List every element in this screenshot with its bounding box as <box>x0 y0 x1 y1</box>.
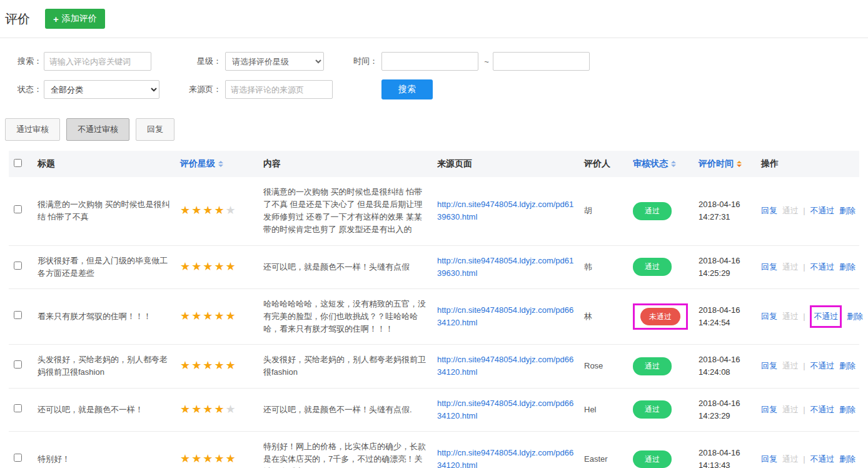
source-input[interactable] <box>225 80 333 99</box>
source-page-link[interactable]: http://cn.site94748054.ldyjz.com/pd66341… <box>437 355 573 377</box>
time-end-input[interactable] <box>493 52 590 71</box>
approve-link[interactable]: 通过 <box>782 454 799 464</box>
star-icon: ★ <box>191 260 203 273</box>
header-stars-label: 评价星级 <box>180 158 215 168</box>
status-badge: 未通过 <box>640 308 680 326</box>
row-checkbox[interactable] <box>14 262 22 270</box>
status-badge-wrap: 通过 <box>633 258 672 276</box>
row-checkbox[interactable] <box>14 360 22 369</box>
reject-link[interactable]: 不通过 <box>810 405 834 414</box>
reject-link[interactable]: 不通过 <box>810 361 834 370</box>
action-separator: | <box>803 262 805 272</box>
row-checkbox[interactable] <box>14 404 22 412</box>
delete-link[interactable]: 删除 <box>839 454 855 464</box>
reject-link[interactable]: 不通过 <box>810 454 834 464</box>
delete-link[interactable]: 删除 <box>847 312 863 321</box>
delete-link[interactable]: 删除 <box>839 361 855 370</box>
source-page-link[interactable]: http://cn.site94748054.ldyjz.com/pd61396… <box>437 200 573 221</box>
review-date: 2018-04-16 <box>699 397 751 410</box>
review-time: 2018-04-16 14:27:31 <box>694 177 756 245</box>
review-title: 很满意的一次购物 买的时候也是很纠结 怕带了不真 <box>33 177 175 245</box>
keyword-input[interactable] <box>44 52 151 71</box>
delete-link[interactable]: 删除 <box>839 206 855 215</box>
header-actions: 操作 <box>756 151 859 177</box>
row-actions: 回复 通过 | 不通过 删除 <box>756 245 859 288</box>
action-separator: | <box>803 206 805 215</box>
reply-link[interactable]: 回复 <box>761 361 777 370</box>
bulk-reply-button[interactable]: 回复 <box>136 118 174 141</box>
reject-link[interactable]: 不通过 <box>810 262 834 272</box>
reject-link[interactable]: 不通过 <box>810 206 834 215</box>
header-source: 来源页面 <box>432 151 579 177</box>
sort-icon[interactable] <box>671 161 676 167</box>
sort-icon[interactable] <box>737 161 742 167</box>
star-icon: ★ <box>180 359 191 372</box>
row-actions: 回复 通过 | 不通过 删除 <box>756 388 859 431</box>
approve-link[interactable]: 通过 <box>782 206 799 215</box>
star-icon: ★ <box>180 310 191 322</box>
row-checkbox[interactable] <box>14 311 22 319</box>
review-content: 特别好！网上的价格，比实体店的确少，长款是在实体店买的，7千多，不过的确漂亮！关… <box>258 431 432 468</box>
approve-link[interactable]: 通过 <box>782 361 799 370</box>
review-content: 还可以吧，就是颜色不一样！头缝有点假. <box>258 388 432 431</box>
bulk-reject-button[interactable]: 不通过审核 <box>66 118 129 141</box>
table-row: 头发很好，买给老妈的，别人都夸老妈很前卫很fashion ★★★★★ 头发很好，… <box>9 345 859 388</box>
filter-panel: 搜索： 星级： 请选择评价星级 时间： ~ 状态： 全部分类 来源页： 搜索 <box>0 38 868 112</box>
star-icon: ★ <box>226 452 237 465</box>
reply-link[interactable]: 回复 <box>761 454 777 464</box>
row-actions: 回复 通过 | 不通过 删除 <box>756 288 859 344</box>
header-stars-sortable[interactable]: 评价星级 <box>175 151 258 177</box>
review-content: 很满意的一次购物 买的时候也是很纠结 怕带了不真 但是还是下决心了 但是我是后期… <box>258 177 432 245</box>
delete-link[interactable]: 删除 <box>839 405 855 414</box>
delete-link[interactable]: 删除 <box>839 262 855 272</box>
source-page-link[interactable]: http://cn.site94748054.ldyjz.com/pd61396… <box>437 256 573 278</box>
page-title: 评价 <box>5 11 30 28</box>
header-content: 内容 <box>258 151 432 177</box>
header-time-sortable[interactable]: 评价时间 <box>694 151 756 177</box>
search-button[interactable]: 搜索 <box>381 79 433 99</box>
row-checkbox[interactable] <box>14 205 22 213</box>
row-checkbox[interactable] <box>14 454 22 462</box>
row-actions: 回复 通过 | 不通过 删除 <box>756 177 859 245</box>
sort-icon[interactable] <box>218 161 223 167</box>
star-icon: ★ <box>180 260 191 273</box>
review-date: 2018-04-16 <box>699 255 751 267</box>
source-filter-label: 来源页： <box>161 84 225 95</box>
approve-link[interactable]: 通过 <box>782 262 799 272</box>
star-rating: ★★★★★ <box>180 263 237 272</box>
review-clock: 14:23:29 <box>699 410 751 422</box>
reply-link[interactable]: 回复 <box>761 262 777 272</box>
table-row: 特别好！ ★★★★★ 特别好！网上的价格，比实体店的确少，长款是在实体店买的，7… <box>9 431 859 468</box>
review-clock: 14:24:08 <box>699 366 751 379</box>
source-page-link[interactable]: http://cn.site94748054.ldyjz.com/pd66341… <box>437 399 573 420</box>
time-start-input[interactable] <box>381 52 478 71</box>
reply-link[interactable]: 回复 <box>761 405 777 414</box>
source-page-link[interactable]: http://cn.site94748054.ldyjz.com/pd66341… <box>437 305 573 327</box>
star-filter-select[interactable]: 请选择评价星级 <box>225 52 324 71</box>
star-icon: ★ <box>203 403 214 415</box>
status-filter-select[interactable]: 全部分类 <box>44 80 159 99</box>
action-separator: | <box>803 405 805 414</box>
reject-link[interactable]: 不通过 <box>810 305 842 328</box>
action-separator: | <box>803 361 805 370</box>
reviewer-name: 胡 <box>579 177 628 245</box>
approve-link[interactable]: 通过 <box>782 312 799 321</box>
star-icon: ★ <box>191 204 203 216</box>
approve-link[interactable]: 通过 <box>782 405 799 414</box>
status-badge: 通过 <box>633 357 672 375</box>
reviewer-name: Rose <box>579 345 628 388</box>
select-all-checkbox[interactable] <box>14 159 22 167</box>
action-separator: | <box>803 454 805 464</box>
reply-link[interactable]: 回复 <box>761 206 777 215</box>
add-review-button-label: 添加评价 <box>62 13 97 24</box>
header-status-sortable[interactable]: 审核状态 <box>628 151 694 177</box>
star-icon: ★ <box>191 452 203 465</box>
bulk-approve-button[interactable]: 通过审核 <box>5 118 60 141</box>
status-badge-wrap: 通过 <box>633 202 672 220</box>
reply-link[interactable]: 回复 <box>761 312 777 321</box>
header-reviewer: 评价人 <box>579 151 628 177</box>
review-date: 2018-04-16 <box>699 447 751 459</box>
review-title: 看来只有朕才驾驭的住啊！！！ <box>33 288 175 344</box>
source-page-link[interactable]: http://cn.site94748054.ldyjz.com/pd66341… <box>437 448 573 468</box>
add-review-button[interactable]: + 添加评价 <box>45 9 105 29</box>
